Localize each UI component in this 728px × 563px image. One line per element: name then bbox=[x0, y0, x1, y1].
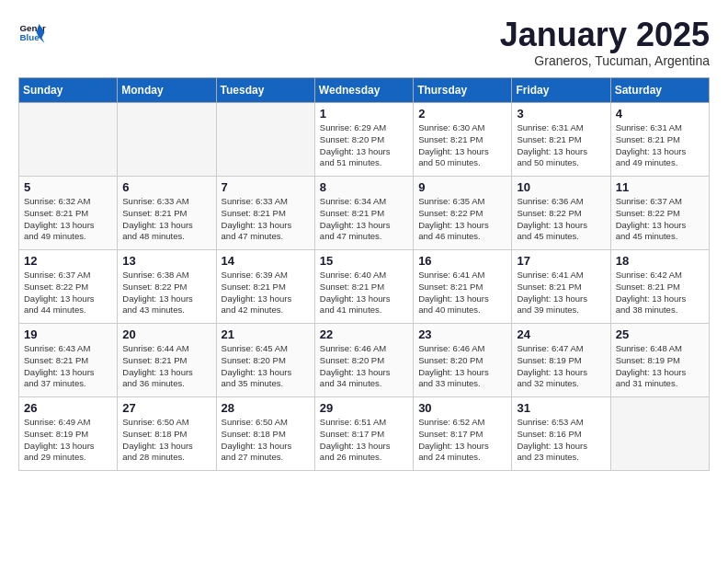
cell-info: Sunrise: 6:29 AM Sunset: 8:20 PM Dayligh… bbox=[320, 122, 408, 169]
day-number: 11 bbox=[616, 180, 704, 194]
calendar-cell: 28Sunrise: 6:50 AM Sunset: 8:18 PM Dayli… bbox=[216, 397, 314, 471]
calendar-cell: 15Sunrise: 6:40 AM Sunset: 8:21 PM Dayli… bbox=[314, 250, 413, 324]
weekday-header-row: SundayMondayTuesdayWednesdayThursdayFrid… bbox=[19, 78, 710, 103]
day-number: 24 bbox=[517, 327, 605, 341]
cell-info: Sunrise: 6:37 AM Sunset: 8:22 PM Dayligh… bbox=[616, 196, 704, 243]
cell-info: Sunrise: 6:46 AM Sunset: 8:20 PM Dayligh… bbox=[418, 343, 506, 390]
calendar-cell: 11Sunrise: 6:37 AM Sunset: 8:22 PM Dayli… bbox=[610, 177, 709, 250]
day-number: 2 bbox=[418, 107, 506, 121]
day-number: 3 bbox=[517, 107, 605, 121]
logo: General Blue bbox=[18, 18, 46, 46]
cell-info: Sunrise: 6:44 AM Sunset: 8:21 PM Dayligh… bbox=[122, 343, 210, 390]
cell-info: Sunrise: 6:49 AM Sunset: 8:19 PM Dayligh… bbox=[24, 417, 112, 464]
cell-info: Sunrise: 6:40 AM Sunset: 8:21 PM Dayligh… bbox=[320, 270, 408, 316]
cell-info: Sunrise: 6:34 AM Sunset: 8:21 PM Dayligh… bbox=[320, 196, 408, 243]
calendar-cell: 12Sunrise: 6:37 AM Sunset: 8:22 PM Dayli… bbox=[19, 250, 118, 324]
calendar-cell: 21Sunrise: 6:45 AM Sunset: 8:20 PM Dayli… bbox=[216, 324, 314, 397]
cell-info: Sunrise: 6:31 AM Sunset: 8:21 PM Dayligh… bbox=[517, 122, 605, 169]
day-number: 6 bbox=[122, 180, 210, 194]
calendar-cell: 22Sunrise: 6:46 AM Sunset: 8:20 PM Dayli… bbox=[314, 324, 413, 397]
calendar-cell: 1Sunrise: 6:29 AM Sunset: 8:20 PM Daylig… bbox=[314, 103, 413, 177]
calendar-cell: 23Sunrise: 6:46 AM Sunset: 8:20 PM Dayli… bbox=[414, 324, 512, 397]
calendar-table: SundayMondayTuesdayWednesdayThursdayFrid… bbox=[18, 77, 710, 471]
calendar-cell bbox=[610, 397, 709, 471]
calendar-cell: 26Sunrise: 6:49 AM Sunset: 8:19 PM Dayli… bbox=[19, 397, 118, 471]
cell-info: Sunrise: 6:47 AM Sunset: 8:19 PM Dayligh… bbox=[517, 343, 605, 390]
day-number: 29 bbox=[320, 401, 408, 415]
weekday-header-sunday: Sunday bbox=[19, 78, 118, 103]
day-number: 12 bbox=[24, 254, 112, 268]
calendar-cell: 30Sunrise: 6:52 AM Sunset: 8:17 PM Dayli… bbox=[414, 397, 512, 471]
calendar-cell: 27Sunrise: 6:50 AM Sunset: 8:18 PM Dayli… bbox=[118, 397, 216, 471]
calendar-cell: 10Sunrise: 6:36 AM Sunset: 8:22 PM Dayli… bbox=[512, 177, 610, 250]
calendar-cell: 17Sunrise: 6:41 AM Sunset: 8:21 PM Dayli… bbox=[512, 250, 610, 324]
day-number: 23 bbox=[418, 327, 506, 341]
calendar-cell bbox=[216, 103, 314, 177]
day-number: 21 bbox=[222, 327, 310, 341]
day-number: 16 bbox=[418, 254, 506, 268]
day-number: 13 bbox=[122, 254, 210, 268]
cell-info: Sunrise: 6:33 AM Sunset: 8:21 PM Dayligh… bbox=[122, 196, 210, 243]
day-number: 22 bbox=[320, 327, 408, 341]
weekday-header-wednesday: Wednesday bbox=[314, 78, 413, 103]
day-number: 26 bbox=[24, 401, 112, 415]
cell-info: Sunrise: 6:35 AM Sunset: 8:22 PM Dayligh… bbox=[418, 196, 506, 243]
week-row-3: 19Sunrise: 6:43 AM Sunset: 8:21 PM Dayli… bbox=[19, 324, 710, 397]
week-row-0: 1Sunrise: 6:29 AM Sunset: 8:20 PM Daylig… bbox=[19, 103, 710, 177]
day-number: 1 bbox=[320, 107, 408, 121]
calendar-cell: 6Sunrise: 6:33 AM Sunset: 8:21 PM Daylig… bbox=[118, 177, 216, 250]
cell-info: Sunrise: 6:39 AM Sunset: 8:21 PM Dayligh… bbox=[222, 270, 310, 316]
weekday-header-friday: Friday bbox=[512, 78, 610, 103]
day-number: 15 bbox=[320, 254, 408, 268]
day-number: 30 bbox=[418, 401, 506, 415]
calendar-cell: 8Sunrise: 6:34 AM Sunset: 8:21 PM Daylig… bbox=[314, 177, 413, 250]
cell-info: Sunrise: 6:52 AM Sunset: 8:17 PM Dayligh… bbox=[418, 417, 506, 464]
day-number: 25 bbox=[616, 327, 704, 341]
calendar-cell: 18Sunrise: 6:42 AM Sunset: 8:21 PM Dayli… bbox=[610, 250, 709, 324]
cell-info: Sunrise: 6:50 AM Sunset: 8:18 PM Dayligh… bbox=[222, 417, 310, 464]
day-number: 18 bbox=[616, 254, 704, 268]
cell-info: Sunrise: 6:31 AM Sunset: 8:21 PM Dayligh… bbox=[616, 122, 704, 169]
logo-icon: General Blue bbox=[18, 18, 46, 46]
day-number: 14 bbox=[222, 254, 310, 268]
calendar-cell: 9Sunrise: 6:35 AM Sunset: 8:22 PM Daylig… bbox=[414, 177, 512, 250]
svg-text:Blue: Blue bbox=[20, 32, 40, 42]
calendar-cell: 7Sunrise: 6:33 AM Sunset: 8:21 PM Daylig… bbox=[216, 177, 314, 250]
day-number: 9 bbox=[418, 180, 506, 194]
cell-info: Sunrise: 6:48 AM Sunset: 8:19 PM Dayligh… bbox=[616, 343, 704, 390]
calendar-cell: 16Sunrise: 6:41 AM Sunset: 8:21 PM Dayli… bbox=[414, 250, 512, 324]
calendar-cell: 31Sunrise: 6:53 AM Sunset: 8:16 PM Dayli… bbox=[512, 397, 610, 471]
day-number: 17 bbox=[517, 254, 605, 268]
calendar-cell: 14Sunrise: 6:39 AM Sunset: 8:21 PM Dayli… bbox=[216, 250, 314, 324]
calendar-cell: 5Sunrise: 6:32 AM Sunset: 8:21 PM Daylig… bbox=[19, 177, 118, 250]
day-number: 4 bbox=[616, 107, 704, 121]
calendar-cell bbox=[118, 103, 216, 177]
day-number: 5 bbox=[24, 180, 112, 194]
cell-info: Sunrise: 6:41 AM Sunset: 8:21 PM Dayligh… bbox=[517, 270, 605, 316]
cell-info: Sunrise: 6:53 AM Sunset: 8:16 PM Dayligh… bbox=[517, 417, 605, 464]
weekday-header-monday: Monday bbox=[118, 78, 216, 103]
location-subtitle: Graneros, Tucuman, Argentina bbox=[500, 53, 710, 68]
day-number: 8 bbox=[320, 180, 408, 194]
calendar-cell: 25Sunrise: 6:48 AM Sunset: 8:19 PM Dayli… bbox=[610, 324, 709, 397]
weekday-header-thursday: Thursday bbox=[414, 78, 512, 103]
calendar-cell: 29Sunrise: 6:51 AM Sunset: 8:17 PM Dayli… bbox=[314, 397, 413, 471]
day-number: 10 bbox=[517, 180, 605, 194]
cell-info: Sunrise: 6:41 AM Sunset: 8:21 PM Dayligh… bbox=[418, 270, 506, 316]
week-row-4: 26Sunrise: 6:49 AM Sunset: 8:19 PM Dayli… bbox=[19, 397, 710, 471]
week-row-1: 5Sunrise: 6:32 AM Sunset: 8:21 PM Daylig… bbox=[19, 177, 710, 250]
cell-info: Sunrise: 6:45 AM Sunset: 8:20 PM Dayligh… bbox=[222, 343, 310, 390]
month-title: January 2025 bbox=[500, 18, 710, 52]
cell-info: Sunrise: 6:36 AM Sunset: 8:22 PM Dayligh… bbox=[517, 196, 605, 243]
weekday-header-tuesday: Tuesday bbox=[216, 78, 314, 103]
cell-info: Sunrise: 6:37 AM Sunset: 8:22 PM Dayligh… bbox=[24, 270, 112, 316]
day-number: 28 bbox=[222, 401, 310, 415]
weekday-header-saturday: Saturday bbox=[610, 78, 709, 103]
cell-info: Sunrise: 6:42 AM Sunset: 8:21 PM Dayligh… bbox=[616, 270, 704, 316]
calendar-cell: 24Sunrise: 6:47 AM Sunset: 8:19 PM Dayli… bbox=[512, 324, 610, 397]
calendar-cell bbox=[19, 103, 118, 177]
cell-info: Sunrise: 6:38 AM Sunset: 8:22 PM Dayligh… bbox=[122, 270, 210, 316]
calendar-cell: 2Sunrise: 6:30 AM Sunset: 8:21 PM Daylig… bbox=[414, 103, 512, 177]
cell-info: Sunrise: 6:33 AM Sunset: 8:21 PM Dayligh… bbox=[222, 196, 310, 243]
cell-info: Sunrise: 6:51 AM Sunset: 8:17 PM Dayligh… bbox=[320, 417, 408, 464]
